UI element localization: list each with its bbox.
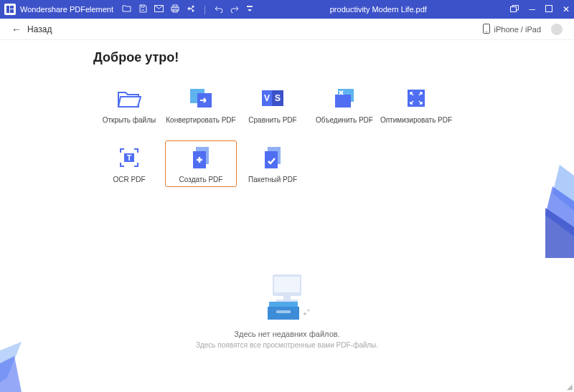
maximize-icon[interactable] xyxy=(545,4,552,14)
svg-point-37 xyxy=(304,312,306,315)
empty-subtitle: Здесь появятся все просмотренные вами PD… xyxy=(196,341,378,349)
svg-rect-12 xyxy=(546,6,552,12)
svg-text:S: S xyxy=(275,93,281,103)
tile-convert-pdf[interactable]: Конвертировать PDF xyxy=(165,81,237,128)
device-selector[interactable]: iPhone / iPad xyxy=(483,24,563,35)
top-row: ← Назад iPhone / iPad xyxy=(0,19,574,40)
tile-label: Открыть файлы xyxy=(103,116,156,124)
tile-open-files[interactable]: Открыть файлы xyxy=(93,81,165,128)
toolbar-icons: | xyxy=(122,4,253,15)
tile-label: Создать PDF xyxy=(179,176,223,183)
svg-rect-0 xyxy=(6,6,9,13)
back-label: Назад xyxy=(27,24,52,34)
svg-rect-22 xyxy=(335,95,351,107)
mail-icon[interactable] xyxy=(154,4,164,14)
app-name: Wondershare PDFelement xyxy=(20,5,113,14)
tile-label: Оптимизировать PDF xyxy=(380,116,452,124)
empty-illustration xyxy=(255,271,319,321)
close-icon[interactable]: ✕ xyxy=(563,4,570,14)
tile-label: Пакетный PDF xyxy=(248,176,297,183)
phone-icon xyxy=(483,24,490,35)
app-logo xyxy=(4,4,16,15)
decoration-left xyxy=(0,342,36,392)
greeting: Доброе утро! xyxy=(93,50,545,65)
save-icon[interactable] xyxy=(138,4,147,15)
empty-state: Здесь нет недавних файлов. Здесь появятс… xyxy=(0,271,574,349)
action-grid: Открыть файлы Конвертировать PDF VS Срав… xyxy=(93,81,545,187)
svg-point-9 xyxy=(192,9,194,11)
tile-optimize-pdf[interactable]: Оптимизировать PDF xyxy=(380,81,452,128)
svg-point-8 xyxy=(192,5,194,7)
batch-icon xyxy=(260,145,285,170)
separator: | xyxy=(204,4,206,14)
open-file-icon[interactable] xyxy=(122,4,131,14)
svg-rect-32 xyxy=(283,296,291,300)
svg-rect-1 xyxy=(10,6,14,9)
svg-rect-29 xyxy=(265,151,278,168)
tile-ocr-pdf[interactable]: T OCR PDF xyxy=(93,140,165,187)
empty-title: Здесь нет недавних файлов. xyxy=(234,330,339,338)
merge-icon xyxy=(332,86,357,110)
svg-text:V: V xyxy=(264,93,270,103)
device-label: iPhone / iPad xyxy=(494,25,541,34)
svg-point-38 xyxy=(308,310,310,312)
create-icon xyxy=(189,145,213,170)
redo-icon[interactable] xyxy=(230,4,239,15)
folder-open-icon xyxy=(117,86,141,110)
svg-point-7 xyxy=(188,7,190,9)
print-icon[interactable] xyxy=(171,4,179,15)
tile-label: Сравнить PDF xyxy=(248,116,296,124)
tile-batch-pdf[interactable]: Пакетный PDF xyxy=(237,140,309,187)
ocr-icon: T xyxy=(117,145,141,170)
resize-grip-icon[interactable]: ◢ xyxy=(567,383,573,391)
document-title: productivity Modern Life.pdf xyxy=(253,5,503,14)
svg-rect-2 xyxy=(10,9,14,13)
compare-icon: VS xyxy=(260,86,285,110)
tile-label: Конвертировать PDF xyxy=(166,116,235,124)
svg-rect-31 xyxy=(274,277,300,292)
optimize-icon xyxy=(404,86,428,110)
tile-label: Объединить PDF xyxy=(316,116,373,124)
main-content: Доброе утро! Открыть файлы Конвертироват… xyxy=(0,40,574,187)
svg-text:T: T xyxy=(127,153,132,162)
window-restore-icon[interactable] xyxy=(510,4,519,14)
tile-merge-pdf[interactable]: Объединить PDF xyxy=(309,81,380,128)
avatar[interactable] xyxy=(551,24,563,35)
svg-rect-36 xyxy=(276,310,291,313)
window-controls: ─ ✕ xyxy=(510,4,570,14)
titlebar: Wondershare PDFelement | productivity Mo… xyxy=(0,0,574,19)
minimize-icon[interactable]: ─ xyxy=(529,4,535,14)
share-icon[interactable] xyxy=(187,4,195,15)
tile-create-pdf[interactable]: Создать PDF xyxy=(165,140,237,187)
back-button[interactable]: ← Назад xyxy=(11,24,52,35)
svg-point-14 xyxy=(486,31,487,32)
svg-rect-11 xyxy=(511,7,517,12)
svg-rect-10 xyxy=(247,6,253,7)
dropdown-icon[interactable] xyxy=(246,4,253,14)
tile-label: OCR PDF xyxy=(113,176,146,183)
back-arrow-icon: ← xyxy=(11,24,22,35)
convert-icon xyxy=(189,86,213,110)
svg-rect-33 xyxy=(276,300,298,302)
svg-rect-23 xyxy=(408,90,425,107)
undo-icon[interactable] xyxy=(215,4,223,15)
tile-compare-pdf[interactable]: VS Сравнить PDF xyxy=(237,81,309,128)
